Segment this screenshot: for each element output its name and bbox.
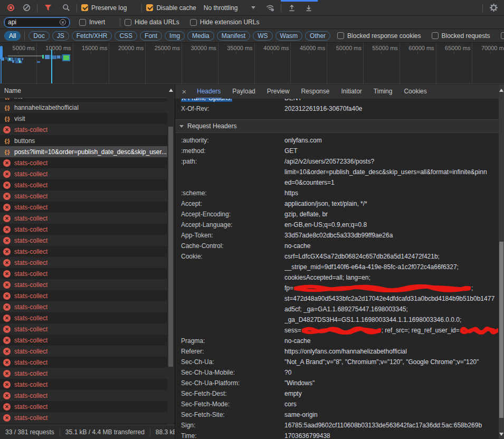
tab-response[interactable]: Response [295,84,335,99]
checkbox[interactable] [501,32,504,39]
timeline-divider [182,43,182,84]
blocked-response-cookies-toggle[interactable]: Blocked response cookies [337,32,423,40]
hide-data-urls-toggle[interactable]: Hide data URLs [125,18,182,26]
clear-button[interactable] [20,2,33,14]
request-name: visit [14,115,25,122]
request-name: stats-collect [14,314,47,322]
clear-filter-icon[interactable] [60,19,66,25]
type-filter-doc[interactable]: Doc [28,31,49,41]
invert-toggle[interactable]: Invert [79,18,107,26]
request-row[interactable]: ✕stats-collect [0,246,167,257]
throttling-select[interactable]: No throttling [204,4,256,12]
header-name: Cookie: [181,251,282,262]
request-row[interactable]: ✕stats-collect [0,390,167,401]
search-button[interactable] [60,2,72,14]
import-har-button[interactable] [286,2,298,14]
scroll-up-icon[interactable] [169,89,173,92]
type-filter-other[interactable]: Other [305,31,330,41]
request-name: stats-collect [14,381,47,388]
type-filter-css[interactable]: CSS [115,31,137,41]
request-row[interactable]: ✕stats-collect [0,224,167,235]
request-row[interactable]: {:}visit [0,113,167,124]
type-filter-wasm[interactable]: Wasm [275,31,303,41]
request-row[interactable]: ✕stats-collect [0,346,167,357]
request-row[interactable]: ✕stats-collect [0,257,167,268]
details-scrollbar[interactable] [499,84,504,439]
request-row[interactable]: ✕stats-collect [0,301,167,312]
header-row: App-Token:33d57ade8c02dbc5a333db99ff9ae2… [175,230,499,241]
request-row[interactable]: ✕stats-collect [0,412,167,423]
type-filter-img[interactable]: Img [165,31,185,41]
timeline-overview[interactable]: 5000 ms10000 ms15000 ms20000 ms25000 ms3… [0,43,504,84]
scrollbar-thumb[interactable] [499,242,503,418]
record-button[interactable] [4,2,17,14]
scrollbar-thumb[interactable] [168,127,173,367]
request-row[interactable]: {:}hannahelizabethofficial [0,102,167,113]
disable-cache-checkbox[interactable] [146,4,153,11]
type-filter-all[interactable]: All [4,31,21,41]
request-row[interactable]: ✕stats-collect [0,179,167,190]
type-filter-ws[interactable]: WS [253,31,272,41]
scroll-down-icon[interactable] [499,433,503,436]
hide-extension-urls-checkbox[interactable] [190,19,197,26]
settings-button[interactable] [487,2,500,14]
request-row[interactable]: ✕stats-collect [0,213,167,224]
preserve-log-toggle[interactable]: Preserve log [81,4,129,12]
filter-button[interactable] [42,2,54,14]
error-icon: ✕ [3,204,11,211]
import-icon [288,4,296,12]
request-row[interactable]: ✕stats-collect [0,202,167,213]
request-row[interactable]: ✕stats-collect [0,268,167,279]
hide-data-urls-checkbox[interactable] [125,19,131,26]
preserve-log-checkbox[interactable] [81,4,88,11]
request-row[interactable]: {:}posts?limit=10&order=publish_date_des… [0,146,167,157]
type-filter-media[interactable]: Media [187,31,214,41]
type-filter-js[interactable]: JS [52,31,69,41]
tab-initiator[interactable]: Initiator [335,84,367,99]
request-row[interactable]: ✕stats-collect [0,335,167,346]
header-value: csrf=LdfcGX4Sa72db06824c657db26a5d142472… [284,251,498,262]
request-row[interactable]: ✕stats-collect [0,168,167,179]
scroll-up-icon[interactable] [499,89,503,92]
request-row[interactable]: ✕stats-collect [0,323,167,335]
request-row[interactable]: ✕stats-collect [0,124,167,135]
tab-payload[interactable]: Payload [226,84,261,99]
type-filter-fetch-xhr[interactable]: Fetch/XHR [72,31,112,41]
filter-input[interactable]: api [4,17,70,27]
request-row[interactable]: ✕stats-collect [0,368,167,379]
blocked-requests-toggle[interactable]: Blocked requests [432,32,492,40]
request-row[interactable]: ✕stats-collect [0,379,167,390]
type-filter-manifest[interactable]: Manifest [217,31,250,41]
tab-preview[interactable]: Preview [261,84,296,99]
request-row[interactable]: ✕stats-collect [0,279,167,290]
request-row[interactable]: {:}buttons [0,135,167,146]
request-row[interactable]: ✕stats-collect [0,190,167,202]
request-name: stats-collect [14,259,47,266]
checkbox[interactable] [432,32,439,39]
tab-headers[interactable]: Headers [191,84,226,99]
3rd-party-requests-toggle[interactable]: 3rd-party requests [501,32,504,40]
disable-cache-toggle[interactable]: Disable cache [146,4,198,12]
export-har-button[interactable] [302,2,315,14]
type-filter-font[interactable]: Font [140,31,162,41]
hide-extension-urls-toggle[interactable]: Hide extension URLs [190,18,262,26]
checkbox[interactable] [337,32,344,39]
request-row[interactable]: ✕stats-collect [0,401,167,412]
request-row[interactable]: ✕stats-collect [0,312,167,323]
request-row[interactable]: ✕stats-collect [0,357,167,368]
close-details-button[interactable]: × [177,84,191,99]
request-list-scrollbar[interactable] [167,85,174,425]
overview-window-handle[interactable] [0,46,3,60]
invert-checkbox[interactable] [79,19,86,26]
tab-cookies[interactable]: Cookies [398,84,432,99]
request-row[interactable]: ✕stats-collect [0,235,167,246]
network-conditions-button[interactable] [264,2,277,14]
header-value: "Windows" [284,378,498,388]
request-headers-section[interactable]: Request Headers [175,120,499,133]
request-row[interactable]: ✕stats-collect [0,157,167,168]
request-row[interactable]: ✕stats-collect [0,290,167,301]
timeline-tick [164,52,164,54]
tab-timing[interactable]: Timing [368,84,398,99]
name-column-header[interactable]: Name [0,84,175,98]
request-row[interactable]: {:}init [0,98,167,102]
